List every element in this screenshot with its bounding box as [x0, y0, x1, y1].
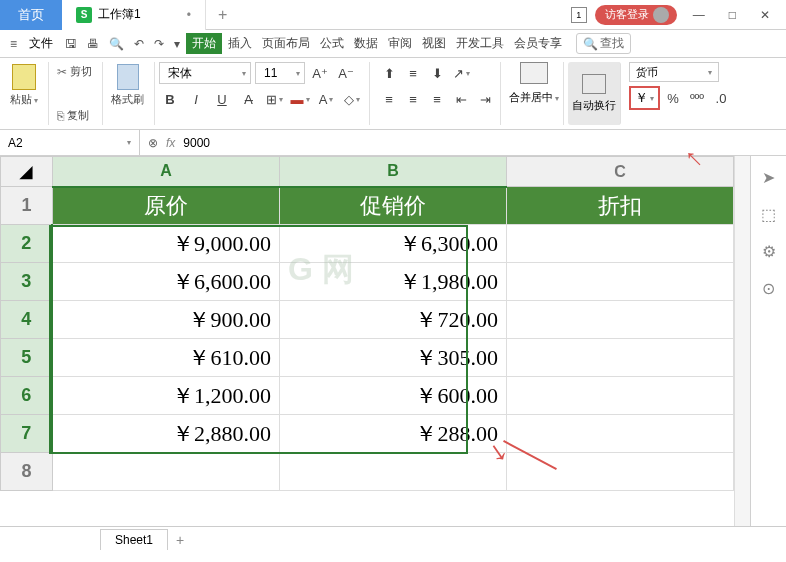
- row-header-8[interactable]: 8: [1, 453, 53, 491]
- more-icon[interactable]: ▾: [170, 35, 184, 53]
- cell-b2[interactable]: ￥6,300.00: [279, 225, 506, 263]
- border-button[interactable]: ⊞▾: [263, 88, 285, 110]
- formula-input[interactable]: 9000: [183, 136, 210, 150]
- indent-less-button[interactable]: ⇤: [450, 88, 472, 110]
- grid[interactable]: ◢ A B C 1 原价 促销价 折扣 2￥9,000.00￥6,300.00 …: [0, 156, 734, 526]
- cell-b4[interactable]: ￥720.00: [279, 301, 506, 339]
- home-tab[interactable]: 首页: [0, 0, 62, 30]
- cell-a6[interactable]: ￥1,200.00: [52, 377, 279, 415]
- window-number-icon[interactable]: 1: [571, 7, 587, 23]
- align-middle-button[interactable]: ≡: [402, 62, 424, 84]
- clear-format-button[interactable]: ◇▾: [341, 88, 363, 110]
- align-left-button[interactable]: ≡: [378, 88, 400, 110]
- strikethrough-button[interactable]: A̶: [237, 88, 259, 110]
- cell-b3[interactable]: ￥1,980.00: [279, 263, 506, 301]
- cell-c3[interactable]: [506, 263, 733, 301]
- align-bottom-button[interactable]: ⬇: [426, 62, 448, 84]
- help-icon[interactable]: ⊙: [762, 279, 775, 298]
- cell-b8[interactable]: [279, 453, 506, 491]
- redo-icon[interactable]: ↷: [150, 35, 168, 53]
- row-header-7[interactable]: 7: [1, 415, 53, 453]
- minimize-button[interactable]: ―: [685, 4, 713, 26]
- cell-a4[interactable]: ￥900.00: [52, 301, 279, 339]
- select-all-corner[interactable]: ◢: [1, 157, 53, 187]
- merge-group[interactable]: 合并居中▾: [505, 62, 564, 125]
- cursor-icon[interactable]: ➤: [762, 168, 775, 187]
- cell-b5[interactable]: ￥305.00: [279, 339, 506, 377]
- copy-button[interactable]: ⎘复制: [53, 106, 96, 125]
- print-icon[interactable]: 🖶: [83, 35, 103, 53]
- paste-button[interactable]: 粘贴▾: [6, 62, 42, 109]
- fill-color-button[interactable]: ▬▾: [289, 88, 311, 110]
- undo-icon[interactable]: ↶: [130, 35, 148, 53]
- tab-member[interactable]: 会员专享: [510, 35, 566, 52]
- cell-c6[interactable]: [506, 377, 733, 415]
- cell-c5[interactable]: [506, 339, 733, 377]
- cell-b7[interactable]: ￥288.00: [279, 415, 506, 453]
- tab-dev-tools[interactable]: 开发工具: [452, 35, 508, 52]
- add-sheet-button[interactable]: +: [176, 532, 184, 548]
- underline-button[interactable]: U: [211, 88, 233, 110]
- decrease-font-button[interactable]: A⁻: [335, 62, 357, 84]
- cell-a2[interactable]: ￥9,000.00: [52, 225, 279, 263]
- tab-start[interactable]: 开始: [186, 33, 222, 54]
- row-header-1[interactable]: 1: [1, 187, 53, 225]
- decimal-dec-button[interactable]: .0: [710, 87, 732, 109]
- cancel-icon[interactable]: ⊗: [148, 136, 158, 150]
- close-button[interactable]: ✕: [752, 4, 778, 26]
- cell-b6[interactable]: ￥600.00: [279, 377, 506, 415]
- maximize-button[interactable]: □: [721, 4, 744, 26]
- cell-c8[interactable]: [506, 453, 733, 491]
- vertical-scrollbar[interactable]: [734, 156, 750, 526]
- row-header-5[interactable]: 5: [1, 339, 53, 377]
- tab-insert[interactable]: 插入: [224, 35, 256, 52]
- cell-a5[interactable]: ￥610.00: [52, 339, 279, 377]
- select-icon[interactable]: ⬚: [761, 205, 776, 224]
- cell-a1[interactable]: 原价: [52, 187, 279, 225]
- cell-c2[interactable]: [506, 225, 733, 263]
- cell-c7[interactable]: [506, 415, 733, 453]
- font-color-button[interactable]: A▾: [315, 88, 337, 110]
- percent-button[interactable]: %: [662, 87, 684, 109]
- row-header-2[interactable]: 2: [1, 225, 53, 263]
- wrap-text-button[interactable]: 自动换行: [568, 62, 621, 125]
- fx-icon[interactable]: fx: [166, 136, 175, 150]
- number-format-dropdown[interactable]: 货币▾: [629, 62, 719, 82]
- cut-button[interactable]: ✂剪切: [53, 62, 96, 81]
- cell-a7[interactable]: ￥2,880.00: [52, 415, 279, 453]
- format-painter-button[interactable]: 格式刷: [107, 62, 148, 109]
- file-menu[interactable]: 文件: [23, 35, 59, 52]
- document-tab[interactable]: S 工作簿1 •: [62, 0, 206, 30]
- align-center-button[interactable]: ≡: [402, 88, 424, 110]
- tab-data[interactable]: 数据: [350, 35, 382, 52]
- row-header-6[interactable]: 6: [1, 377, 53, 415]
- col-header-c[interactable]: C: [506, 157, 733, 187]
- align-top-button[interactable]: ⬆: [378, 62, 400, 84]
- cell-c4[interactable]: [506, 301, 733, 339]
- font-name-dropdown[interactable]: 宋体▾: [159, 62, 251, 84]
- bold-button[interactable]: B: [159, 88, 181, 110]
- menu-icon[interactable]: ≡: [6, 35, 21, 53]
- search-button[interactable]: 🔍查找: [576, 33, 631, 54]
- tab-page-layout[interactable]: 页面布局: [258, 35, 314, 52]
- col-header-a[interactable]: A: [52, 157, 279, 187]
- save-icon[interactable]: 🖫: [61, 35, 81, 53]
- cell-b1[interactable]: 促销价: [279, 187, 506, 225]
- tab-formula[interactable]: 公式: [316, 35, 348, 52]
- increase-font-button[interactable]: A⁺: [309, 62, 331, 84]
- indent-more-button[interactable]: ⇥: [474, 88, 496, 110]
- tab-view[interactable]: 视图: [418, 35, 450, 52]
- settings-icon[interactable]: ⚙: [762, 242, 776, 261]
- row-header-3[interactable]: 3: [1, 263, 53, 301]
- preview-icon[interactable]: 🔍: [105, 35, 128, 53]
- row-header-4[interactable]: 4: [1, 301, 53, 339]
- add-tab-button[interactable]: +: [206, 6, 239, 24]
- cell-c1[interactable]: 折扣: [506, 187, 733, 225]
- name-box[interactable]: A2▾: [0, 130, 140, 155]
- sheet-tab-1[interactable]: Sheet1: [100, 529, 168, 550]
- currency-button[interactable]: ￥▾: [629, 86, 660, 110]
- align-right-button[interactable]: ≡: [426, 88, 448, 110]
- cell-a3[interactable]: ￥6,600.00: [52, 263, 279, 301]
- orientation-button[interactable]: ↗▾: [450, 62, 472, 84]
- italic-button[interactable]: I: [185, 88, 207, 110]
